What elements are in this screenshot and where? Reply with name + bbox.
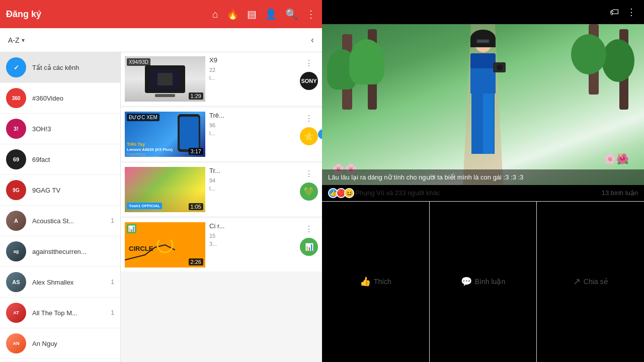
sort-dropdown-icon[interactable]: ▾ [22,37,25,44]
video-title: Ci r... [209,222,296,231]
search-icon[interactable]: 🔍 [285,8,298,20]
9gagtv-avatar: 9G [6,180,26,200]
video-item[interactable]: X94/93D 1:29 X9 22 l... ⋮ SONY [121,52,322,106]
collapse-button[interactable]: ‹ [311,35,314,45]
video-duration: 1:05 [189,203,203,210]
video-meta-2: l... [209,130,296,136]
video-item[interactable]: 📊 CIRCLE 2:26 Ci r... 15 3... [121,218,322,272]
video-right-actions: ⋮ 💚 [300,167,318,201]
more-options-button[interactable]: ⋮ [303,222,315,236]
video-info: X9 22 l... [205,56,300,81]
sidebar-item-label: 69fact [32,156,114,163]
content-area: ✓ Tất cả các kênh 360 #360Video 3! 3OH!3 [0,52,322,362]
new-indicator [318,129,322,139]
video-thumbnail: X94/93D 1:29 [125,56,205,102]
video-meta-2: 3... [209,241,296,247]
tv-icon [145,65,185,93]
sidebar-item-andygill[interactable]: AG Andy Gilleand [0,359,120,362]
video-badge: X94/93D [127,58,150,66]
video-meta-2: l... [209,186,296,192]
video-caption: Lâu lâu lại ra dáng nữ tính cho người ta… [322,169,644,185]
share-label: Chia sẻ [584,278,608,286]
sidebar-item-label: #360Video [32,95,114,102]
video-thumbnail: 📊 CIRCLE 2:26 [125,222,205,267]
video-thumbnail: Yeah1 OFFICIAL youtube.com/yeah1tv 1:05 [125,167,205,212]
more-options-button[interactable]: ⋮ [303,112,315,125]
360video-avatar: 360 [6,88,26,108]
channel-sidebar: ✓ Tất cả các kênh 360 #360Video 3! 3OH!3 [0,52,121,362]
video-player: 🌸🌸 🌸🌺 [322,24,644,185]
comment-count: 13 bình luận [602,189,638,197]
circle-chart-svg [125,240,175,265]
share-button[interactable]: ↗ Chia sẻ [537,202,644,363]
sidebar-item-all-channels[interactable]: ✓ Tất cả các kênh [0,52,120,83]
video-meta: 94 [209,177,296,184]
nav-icons-group: ⌂ 🔥 ▤ 👤 🔍 ⋮ [212,8,316,20]
video-right-actions: ⋮ SONY [300,56,318,90]
video-info: Trê... 96 l... [205,112,300,136]
reactor-names: Phụng Vũ và 233 người khác [355,189,440,197]
video-meta: 22 [209,67,296,73]
sidebar-item-69fact[interactable]: 69 69fact [0,144,120,175]
more-options-icon[interactable]: ⋮ [306,8,316,20]
sidebar-item-3oh3[interactable]: 3! 3OH!3 [0,114,120,144]
tree-mid-left [362,29,382,130]
video-title: X9 [209,56,296,65]
right-top-bar: 🏷 ⋮ [322,0,644,24]
sidebar-item-360video[interactable]: 360 #360Video [0,83,120,114]
laugh-reaction-icon: 😆 [344,188,354,198]
video-meta: 15 [209,233,296,239]
sidebar-item-count: 1 [111,309,114,316]
sidebar-item-label: All The Top M... [32,309,109,317]
annuy-avatar: AN [6,333,26,353]
channel-avatar-thegioididong: ⭐ [300,127,318,145]
like-icon: 👍 [360,276,371,287]
video-item[interactable]: Trên Tay Lenovo A6020 (K5 Plus) thegioid… [121,108,322,161]
home-icon[interactable]: ⌂ [212,9,218,20]
check-icon: ✓ [14,64,19,71]
allthetop-avatar: AT [6,303,26,323]
fire-icon[interactable]: 🔥 [226,8,239,20]
sidebar-item-label: againstthecurren... [32,248,114,255]
sidebar-item-label: Alex Shmallex [32,279,109,286]
sidebar-item-label: 9GAG TV [32,187,114,194]
app-title: Đăng ký [6,9,212,20]
tag-icon[interactable]: 🏷 [610,7,619,18]
3oh3-avatar: 3! [6,119,26,139]
video-right-actions: ⋮ 📊 [300,222,318,256]
sort-bar: A-Z ▾ ‹ [0,28,322,52]
sidebar-item-alex[interactable]: AS Alex Shmallex 1 [0,267,120,298]
sidebar-item-label: Acoustica St... [32,217,109,225]
video-meta-2: l... [209,75,296,81]
sidebar-item-annuy[interactable]: AN An Nguy [0,328,120,359]
sort-label[interactable]: A-Z [8,36,20,44]
all-channels-avatar: ✓ [6,57,26,77]
video-title: Tr... [209,167,296,175]
more-options-button[interactable]: ⋮ [303,167,315,180]
sidebar-item-against[interactable]: ag againstthecurren... [0,236,120,267]
top-navigation: Đăng ký ⌂ 🔥 ▤ 👤 🔍 ⋮ [0,0,322,28]
reactions-bar: 👍 ❤️ 😆 Phụng Vũ và 233 người khác 13 bìn… [322,185,644,202]
like-label: Thích [374,278,391,286]
share-icon: ↗ [573,276,581,287]
video-meta: 96 [209,122,296,128]
account-icon[interactable]: 👤 [265,8,277,20]
sidebar-item-allthetop[interactable]: AT All The Top M... 1 [0,298,120,328]
more-options-button[interactable]: ⋮ [303,56,315,70]
comment-button[interactable]: 💬 Bình luận [430,202,537,363]
right-more-options-icon[interactable]: ⋮ [627,7,636,18]
video-duration: 1:29 [189,93,203,100]
sidebar-item-acoustica[interactable]: A Acoustica St... 1 [0,206,120,236]
video-scene: 🌸🌸 🌸🌺 [322,24,644,185]
tree-right-2 [584,24,604,115]
video-info: Ci r... 15 3... [205,222,300,247]
against-avatar: ag [6,241,26,261]
like-button[interactable]: 👍 Thích [322,202,430,363]
sidebar-item-9gagtv[interactable]: 9G 9GAG TV [0,175,120,206]
acoustica-avatar: A [6,211,26,231]
video-title: Trê... [209,112,296,120]
video-badge: ĐƯỢC XEM [127,114,159,121]
video-item[interactable]: Yeah1 OFFICIAL youtube.com/yeah1tv 1:05 … [121,163,322,216]
subscriptions-icon[interactable]: ▤ [247,8,257,20]
sidebar-item-count: 1 [111,217,114,224]
